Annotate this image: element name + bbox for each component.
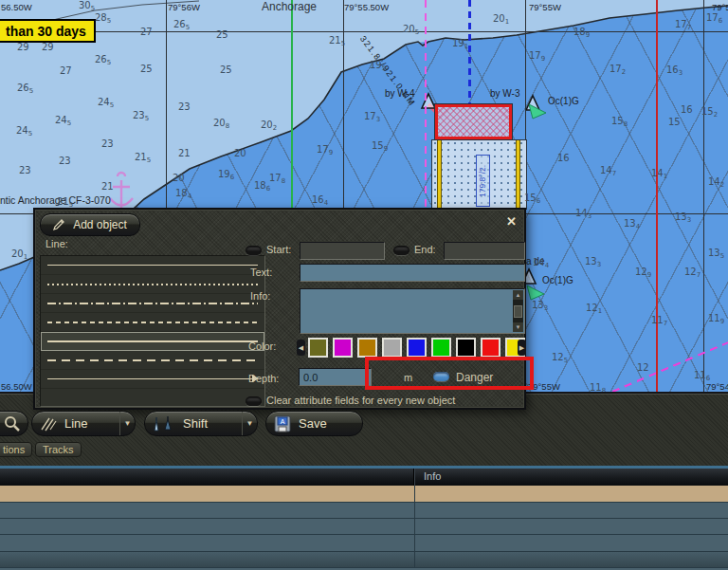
add-object-button[interactable]: Add object bbox=[40, 213, 140, 236]
depth-sounding: 208 bbox=[213, 118, 229, 130]
end-label: End: bbox=[414, 244, 436, 255]
shift-tool-button[interactable]: Shift ▼ bbox=[144, 411, 258, 436]
swatch-scroll-left-icon[interactable]: ◀ bbox=[297, 340, 305, 356]
depth-sounding: 172 bbox=[610, 64, 626, 76]
scroll-down-icon[interactable]: ▼ bbox=[513, 322, 523, 332]
depth-sounding: 215 bbox=[329, 35, 345, 47]
zoom-tool-button[interactable] bbox=[0, 411, 28, 436]
depth-sounding: 121 bbox=[586, 303, 602, 315]
depth-sounding: 116 bbox=[694, 370, 710, 382]
line-style-option[interactable] bbox=[41, 294, 264, 313]
color-swatch[interactable] bbox=[357, 338, 377, 358]
depth-sounding: 147 bbox=[600, 165, 616, 177]
line-tool-dropdown-icon[interactable]: ▼ bbox=[119, 412, 135, 435]
start-label: Start: bbox=[266, 244, 291, 255]
line-style-option[interactable] bbox=[41, 256, 264, 275]
text-label: Text: bbox=[250, 267, 272, 278]
tab-tracks-label: Tracks bbox=[43, 444, 74, 455]
table-body bbox=[0, 486, 728, 570]
line-tool-label: Line bbox=[64, 416, 88, 431]
depth-sounding: 133 bbox=[585, 256, 601, 268]
shift-tool-label: Shift bbox=[183, 416, 208, 431]
scrollbar-thumb[interactable] bbox=[514, 305, 522, 318]
scroll-up-icon[interactable]: ▲ bbox=[513, 290, 523, 300]
depth-sounding: 133 bbox=[675, 211, 691, 224]
column-divider[interactable] bbox=[414, 469, 415, 486]
color-swatch[interactable] bbox=[382, 338, 402, 358]
color-swatch[interactable] bbox=[431, 338, 451, 358]
table-row[interactable] bbox=[0, 552, 728, 568]
info-scrollbar[interactable]: ▲ ▼ bbox=[513, 290, 523, 332]
line-style-option[interactable] bbox=[41, 313, 264, 332]
line-style-option[interactable] bbox=[41, 351, 264, 370]
depth-sounding: 152 bbox=[701, 106, 718, 119]
swatch-scroll-right-icon[interactable]: ▶ bbox=[518, 340, 526, 356]
depth-sounding: 184 bbox=[175, 188, 191, 200]
depth-sounding: 21 bbox=[101, 181, 114, 192]
depth-sounding: 245 bbox=[55, 115, 71, 127]
depth-sounding: 135 bbox=[708, 248, 724, 260]
line-section-label: Line: bbox=[46, 238, 68, 249]
danger-area-box bbox=[435, 104, 512, 139]
depth-sounding: 195 bbox=[370, 60, 386, 72]
line-style-list[interactable] bbox=[40, 255, 265, 407]
parallel-line bbox=[0, 31, 728, 32]
magnifier-icon bbox=[4, 415, 20, 432]
depth-sounding: 21 bbox=[178, 148, 191, 158]
end-input[interactable] bbox=[444, 242, 525, 260]
depth-sounding: 27 bbox=[140, 27, 153, 37]
color-swatch[interactable] bbox=[333, 338, 353, 358]
info-textarea[interactable]: ▲ ▼ bbox=[300, 288, 525, 334]
end-toggle[interactable] bbox=[393, 246, 410, 255]
color-swatch[interactable] bbox=[407, 338, 427, 358]
depth-sounding: 29 bbox=[17, 42, 29, 52]
table-header[interactable]: Info bbox=[0, 469, 728, 486]
clear-fields-toggle[interactable] bbox=[246, 396, 262, 406]
table-row-selected[interactable] bbox=[0, 486, 728, 503]
depth-sounding: 191 bbox=[452, 38, 468, 50]
close-icon[interactable]: ✕ bbox=[506, 214, 517, 229]
depth-sounding: 15 bbox=[668, 117, 681, 127]
depth-sounding: 20 bbox=[234, 148, 246, 158]
line-style-option[interactable] bbox=[41, 275, 264, 294]
line-style-option-selected[interactable] bbox=[41, 332, 264, 351]
magenta-dashed-line bbox=[425, 0, 427, 210]
line-tool-button[interactable]: Line ▼ bbox=[31, 411, 136, 436]
beacon-label: Oc(1)G bbox=[542, 275, 573, 285]
color-swatch[interactable] bbox=[456, 338, 476, 358]
buoys-icon bbox=[153, 415, 175, 432]
depth-sounding: 143 bbox=[575, 208, 592, 220]
save-button[interactable]: A Save bbox=[265, 411, 363, 436]
depth-input[interactable] bbox=[299, 368, 372, 386]
depth-sounding: 305 bbox=[79, 0, 95, 12]
depth-sounding: 173 bbox=[364, 111, 380, 123]
shift-tool-dropdown-icon[interactable]: ▼ bbox=[242, 412, 257, 435]
depth-sounding: 285 bbox=[95, 12, 111, 25]
line-style-option[interactable] bbox=[41, 370, 264, 389]
depth-sounding: 201 bbox=[493, 13, 509, 26]
depth-sounding: 186 bbox=[254, 180, 270, 193]
tab-tracks[interactable]: Tracks bbox=[35, 442, 82, 457]
line-style-sample bbox=[47, 359, 258, 361]
depth-sounding: 119 bbox=[708, 313, 724, 325]
pencil-icon bbox=[53, 219, 66, 230]
depth-sounding: 196 bbox=[218, 169, 234, 181]
table-row[interactable] bbox=[0, 503, 728, 519]
depth-sounding: 27 bbox=[60, 65, 72, 76]
table-row[interactable] bbox=[0, 519, 728, 535]
start-input[interactable] bbox=[300, 242, 385, 260]
table-row[interactable] bbox=[0, 535, 728, 552]
anchorage-name-label: ntic Anchorage CF-3-070 bbox=[0, 194, 111, 206]
text-input[interactable] bbox=[300, 264, 525, 282]
line-style-sample bbox=[47, 303, 258, 304]
add-object-label: Add object bbox=[73, 218, 127, 231]
depth-sounding: 179 bbox=[529, 50, 545, 63]
tab-options[interactable]: tions bbox=[0, 442, 32, 457]
color-swatch[interactable] bbox=[308, 338, 328, 358]
line-style-sample bbox=[47, 322, 258, 323]
start-toggle[interactable] bbox=[246, 246, 262, 255]
color-swatch[interactable] bbox=[481, 338, 500, 358]
depth-sounding: 163 bbox=[666, 64, 682, 77]
depth-sounding: 265 bbox=[95, 54, 111, 66]
beacon-label: Oc(1)G bbox=[548, 96, 579, 106]
